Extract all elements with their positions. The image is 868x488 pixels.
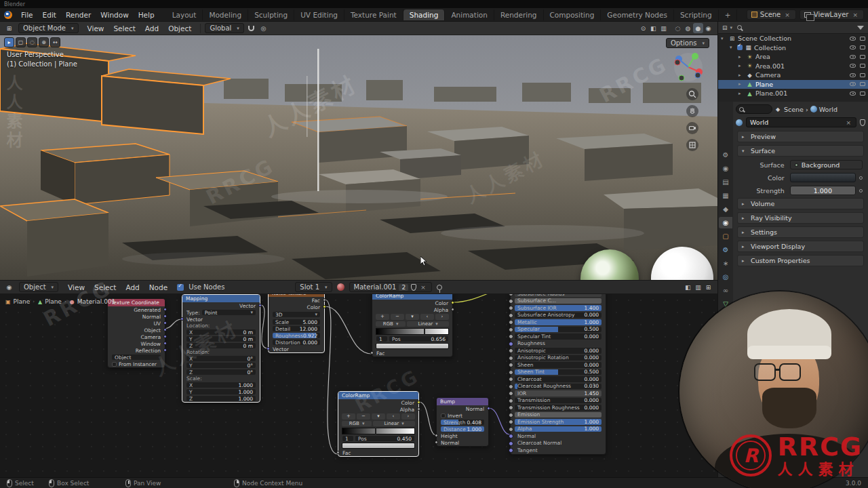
viewport-menu-item[interactable]: Add bbox=[140, 24, 163, 33]
section-custom-properties[interactable]: Custom Properties bbox=[737, 255, 864, 266]
section-settings[interactable]: Settings bbox=[737, 226, 864, 238]
gradient-bar[interactable] bbox=[342, 428, 415, 434]
socket-icon[interactable] bbox=[323, 305, 326, 308]
disable-render-icon[interactable] bbox=[860, 92, 865, 96]
principled-property-row[interactable]: Specular Tint0.000 bbox=[511, 333, 606, 340]
disable-render-icon[interactable] bbox=[860, 64, 865, 68]
viewport-menu-item[interactable]: Select bbox=[108, 24, 140, 33]
vector-component-field[interactable]: Z0° bbox=[182, 369, 260, 375]
node-editor-toggle-icon[interactable]: ⊞ bbox=[703, 282, 713, 292]
node-output-socket[interactable]: Color bbox=[372, 300, 452, 306]
properties-tab-icon[interactable]: ◉ bbox=[719, 217, 732, 228]
socket-icon[interactable] bbox=[267, 347, 270, 350]
next-stop-icon[interactable]: › bbox=[435, 314, 449, 320]
socket-icon[interactable] bbox=[163, 308, 167, 311]
node-output-socket[interactable]: Color bbox=[269, 304, 324, 310]
properties-tab-icon[interactable]: ∞ bbox=[719, 285, 732, 296]
world-color-swatch[interactable] bbox=[790, 173, 856, 182]
shading-mode-icon[interactable]: ● bbox=[693, 23, 703, 33]
socket-icon[interactable] bbox=[435, 434, 438, 437]
node-colorramp-1[interactable]: ColorRamp Color Alpha + − ▾ ‹ › RGB Line… bbox=[372, 294, 453, 357]
ramp-options-icon[interactable]: ▾ bbox=[372, 413, 385, 420]
properties-tab-icon[interactable]: ⚙ bbox=[719, 149, 732, 161]
tool-button[interactable]: ▸ bbox=[4, 37, 14, 47]
properties-tab-icon[interactable]: ◉ bbox=[719, 163, 732, 174]
mode-selector[interactable]: Object Mode bbox=[18, 23, 79, 33]
next-stop-icon[interactable]: › bbox=[401, 413, 415, 420]
noise-dimensions-select[interactable]: 3D bbox=[273, 312, 320, 318]
gradient-stop-marker[interactable] bbox=[424, 328, 425, 335]
users-count-badge[interactable]: 2 bbox=[399, 284, 408, 291]
node-value-slider[interactable]: Distance1.000 bbox=[437, 426, 488, 432]
node-output-socket[interactable]: Normal bbox=[437, 405, 488, 412]
node-output-socket[interactable]: Object bbox=[108, 327, 165, 333]
zoom-icon[interactable] bbox=[686, 88, 698, 100]
shading-mode-icon[interactable]: ◉ bbox=[703, 23, 713, 33]
properties-tab-icon[interactable]: ∗ bbox=[719, 258, 732, 269]
socket-icon[interactable] bbox=[163, 328, 167, 331]
node-input-socket[interactable]: Fac bbox=[372, 350, 452, 357]
workspace-tab[interactable]: Layout bbox=[166, 9, 203, 20]
shading-mode-icon[interactable]: ◍ bbox=[683, 23, 693, 33]
vector-component-field[interactable]: X1.000 bbox=[182, 382, 260, 388]
node-header[interactable]: Texture Coordinate bbox=[108, 299, 165, 306]
menu-item[interactable]: File bbox=[16, 10, 38, 20]
node-output-socket[interactable]: Reflection bbox=[108, 347, 165, 354]
scene-selector[interactable]: Scene × bbox=[747, 9, 796, 20]
node-mapping[interactable]: Mapping Vector Type: Point Vector Locati… bbox=[182, 294, 260, 403]
node-value-slider[interactable]: Strength0.408 bbox=[437, 419, 488, 426]
use-nodes-checkbox[interactable] bbox=[177, 284, 184, 291]
properties-search-input[interactable] bbox=[736, 104, 772, 114]
gradient-bar[interactable] bbox=[376, 328, 449, 335]
socket-icon[interactable] bbox=[370, 351, 374, 354]
stop-position-field[interactable]: Pos0.450 bbox=[355, 436, 414, 442]
interpolation-select[interactable]: Linear bbox=[373, 421, 415, 427]
hide-eye-icon[interactable] bbox=[850, 37, 856, 41]
viewport-menu-item[interactable]: Object bbox=[163, 24, 196, 33]
mapping-type-select[interactable]: Point bbox=[202, 310, 256, 316]
principled-property-row[interactable]: Transmission Roughness0.000 bbox=[511, 404, 606, 411]
node-value-slider[interactable]: Distortion0.000 bbox=[269, 339, 324, 346]
principled-property-row[interactable]: Emission bbox=[511, 411, 606, 419]
prev-stop-icon[interactable]: ‹ bbox=[420, 314, 434, 320]
object-eyedropper-field[interactable]: Object bbox=[112, 354, 161, 361]
node-input-socket[interactable]: Normal bbox=[437, 439, 488, 446]
hide-eye-icon[interactable] bbox=[850, 45, 856, 49]
outliner-search-icon[interactable] bbox=[737, 25, 742, 30]
disclosure-icon[interactable] bbox=[738, 73, 744, 78]
breadcrumb-segment[interactable]: ▣ Plane › bbox=[5, 298, 35, 305]
stop-position-field[interactable]: Pos0.656 bbox=[389, 336, 448, 342]
node-menu-item[interactable]: Add bbox=[121, 283, 144, 292]
fake-user-icon[interactable] bbox=[860, 119, 865, 126]
socket-icon[interactable] bbox=[487, 407, 490, 410]
node-header[interactable]: Bump bbox=[437, 398, 488, 405]
node-colorramp-2[interactable]: ColorRamp Color Alpha + − ▾ ‹ › RGB Line… bbox=[338, 391, 419, 457]
remove-stop-icon[interactable]: − bbox=[357, 413, 370, 420]
from-instancer-row[interactable]: From Instancer bbox=[108, 361, 165, 367]
principled-property-row[interactable]: Specular0.500 bbox=[511, 326, 606, 333]
workspace-tab[interactable]: Animation bbox=[445, 9, 494, 20]
viewport-toggle-icon[interactable]: ⊙ bbox=[638, 23, 648, 33]
orthographic-toggle-icon[interactable] bbox=[686, 139, 698, 151]
vector-component-field[interactable]: Y0° bbox=[182, 362, 260, 369]
workspace-tab[interactable]: Modeling bbox=[203, 9, 248, 20]
disclosure-icon[interactable] bbox=[730, 45, 735, 50]
pan-hand-icon[interactable] bbox=[686, 105, 698, 117]
node-input-socket[interactable]: Fac bbox=[338, 449, 418, 456]
disclosure-icon[interactable] bbox=[738, 91, 744, 96]
node-output-socket[interactable]: Generated bbox=[108, 306, 165, 313]
workspace-tab[interactable]: Texture Paint bbox=[344, 9, 403, 20]
principled-property-row[interactable]: Subsurface Anisotropy0.000 bbox=[511, 312, 606, 319]
workspace-tab[interactable]: Scripting bbox=[674, 9, 719, 20]
node-texture-coordinate[interactable]: Texture Coordinate Generated Normal UV O… bbox=[107, 298, 165, 368]
section-ray-visibility[interactable]: Ray Visibility bbox=[737, 212, 864, 224]
prev-stop-icon[interactable]: ‹ bbox=[387, 413, 400, 420]
principled-property-row[interactable]: Transmission0.000 bbox=[511, 397, 606, 405]
proportional-edit-icon[interactable]: ◎ bbox=[258, 23, 269, 33]
workspace-tab[interactable]: Rendering bbox=[494, 9, 544, 20]
remove-stop-icon[interactable]: − bbox=[391, 314, 404, 320]
socket-icon[interactable] bbox=[417, 401, 420, 404]
principled-property-row[interactable]: Roughness bbox=[511, 340, 606, 348]
node-input-socket[interactable]: Vector bbox=[269, 346, 324, 352]
properties-tab-icon[interactable]: ◆ bbox=[719, 203, 732, 215]
